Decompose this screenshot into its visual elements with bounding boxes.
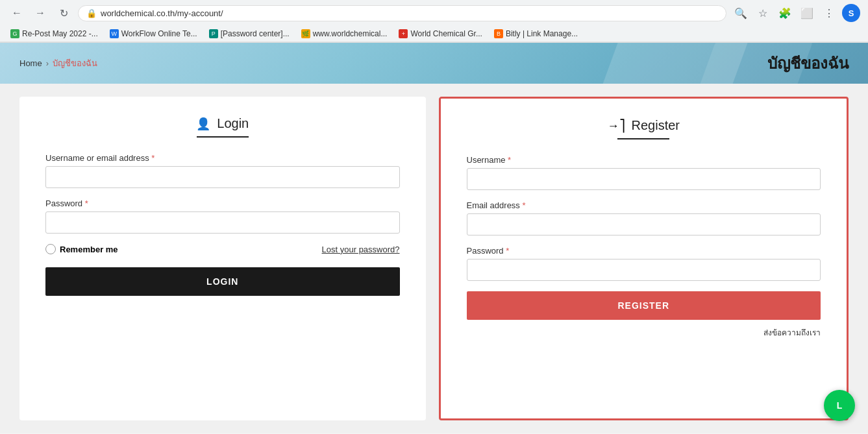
bookmark-star-icon[interactable]: ☆ (754, 4, 772, 22)
breadcrumb-home[interactable]: Home (19, 58, 42, 68)
bookmark-password[interactable]: P [Password center]... (204, 27, 295, 40)
bookmark-favicon-password: P (209, 29, 218, 38)
bookmark-label-password: [Password center]... (221, 29, 290, 38)
bookmark-bitly[interactable]: B Bitly | Link Manage... (489, 27, 583, 40)
register-title: Register (632, 118, 680, 133)
bookmark-worldchem[interactable]: 🌿 www.worldchemical... (296, 27, 393, 40)
login-title-row: 👤 Login (45, 116, 400, 131)
toolbar-icons: 🔍 ☆ 🧩 ⬜ ⋮ S (732, 4, 860, 22)
reg-username-required: * (508, 155, 511, 165)
login-title-underline (197, 136, 249, 138)
page-title: บัญชีของฉัน (767, 51, 849, 76)
bookmark-label-worldchem: www.worldchemical... (313, 29, 388, 38)
browser-chrome: ← → ↻ 🔒 worldchemical.co.th/my-account/ … (0, 0, 868, 43)
bookmark-favicon-workflow: W (110, 29, 119, 38)
url-text: worldchemical.co.th/my-account/ (101, 8, 223, 18)
login-title: Login (217, 116, 249, 131)
line-icon: L (830, 396, 849, 415)
breadcrumb-separator: › (46, 58, 49, 68)
reg-username-label: Username * (467, 155, 821, 165)
page-header: Home › บัญชีของฉัน บัญชีของฉัน (0, 43, 868, 84)
address-bar[interactable]: 🔒 worldchemical.co.th/my-account/ (78, 5, 726, 21)
password-label: Password * (45, 199, 400, 208)
reg-email-required: * (523, 200, 526, 210)
profile-avatar[interactable]: S (842, 4, 860, 22)
bookmark-favicon-worldchemgroup: + (399, 29, 408, 38)
reg-email-label: Email address * (467, 200, 821, 210)
extensions-icon[interactable]: 🧩 (776, 4, 794, 22)
back-button[interactable]: ← (8, 4, 26, 22)
main-content: 👤 Login Username or email address * Pass… (0, 84, 868, 433)
bookmark-favicon-worldchem: 🌿 (301, 29, 310, 38)
bookmark-worldchemgroup[interactable]: + World Chemical Gr... (393, 27, 487, 40)
username-input[interactable] (45, 166, 400, 188)
lost-password-link[interactable]: Lost your password? (322, 245, 400, 254)
register-title-row: →⎤ Register (467, 118, 821, 133)
password-required: * (85, 199, 88, 208)
search-icon[interactable]: 🔍 (732, 4, 750, 22)
reg-email-input[interactable] (467, 213, 821, 235)
form-options: Remember me Lost your password? (45, 244, 400, 254)
svg-text:L: L (837, 400, 843, 411)
reg-password-required: * (506, 246, 509, 256)
bookmark-favicon-bitly: B (494, 29, 503, 38)
reg-password-group: Password * (467, 246, 821, 281)
username-group: Username or email address * (45, 153, 400, 188)
login-panel: 👤 Login Username or email address * Pass… (19, 97, 426, 420)
bookmark-label-workflow: WorkFlow Online Te... (121, 29, 197, 38)
breadcrumb-current: บัญชีของฉัน (53, 56, 97, 70)
send-message-text: ส่งข้อความถึงเรา (467, 326, 821, 339)
sidebar-icon[interactable]: ⬜ (798, 4, 816, 22)
bookmark-favicon-repost: G (10, 29, 19, 38)
bookmark-repost[interactable]: G Re-Post May 2022 -... (5, 27, 103, 40)
refresh-button[interactable]: ↻ (55, 4, 73, 22)
forward-button[interactable]: → (31, 4, 49, 22)
browser-titlebar: ← → ↻ 🔒 worldchemical.co.th/my-account/ … (0, 0, 868, 26)
register-icon: →⎤ (608, 119, 625, 133)
reg-password-label: Password * (467, 246, 821, 256)
register-panel: →⎤ Register Username * Email address * P… (439, 97, 849, 420)
breadcrumb: Home › บัญชีของฉัน (19, 56, 97, 70)
menu-icon[interactable]: ⋮ (820, 4, 838, 22)
lock-icon: 🔒 (86, 8, 97, 18)
bookmark-label-worldchemgroup: World Chemical Gr... (410, 29, 482, 38)
password-input[interactable] (45, 211, 400, 234)
bookmark-workflow[interactable]: W WorkFlow Online Te... (105, 27, 203, 40)
username-label: Username or email address * (45, 153, 400, 163)
remember-me-label: Remember me (45, 244, 118, 254)
reg-email-group: Email address * (467, 200, 821, 235)
bookmark-label-repost: Re-Post May 2022 -... (22, 29, 98, 38)
password-group: Password * (45, 199, 400, 234)
user-icon: 👤 (196, 117, 210, 131)
username-required: * (151, 153, 155, 163)
line-fab-button[interactable]: L (824, 390, 855, 421)
reg-password-input[interactable] (467, 259, 821, 281)
reg-username-group: Username * (467, 155, 821, 190)
reg-username-input[interactable] (467, 168, 821, 190)
register-title-underline (617, 138, 669, 139)
bookmark-label-bitly: Bitly | Link Manage... (506, 29, 578, 38)
remember-me-checkbox[interactable] (45, 244, 56, 254)
register-button[interactable]: REGISTER (467, 291, 821, 320)
login-button[interactable]: LOGIN (45, 267, 400, 296)
bookmarks-bar: G Re-Post May 2022 -... W WorkFlow Onlin… (0, 26, 868, 42)
